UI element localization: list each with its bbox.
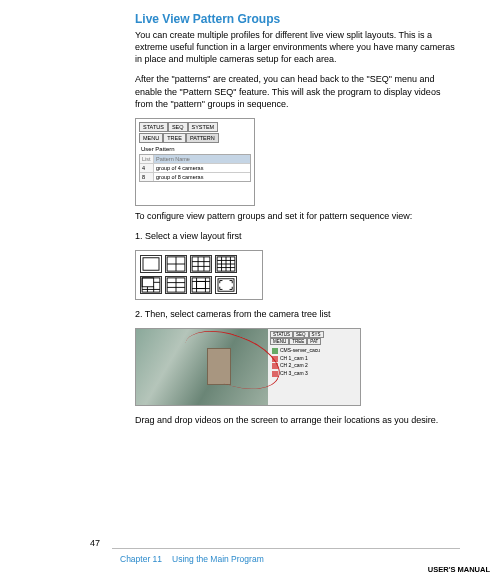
tree-cam2-label: CH 2_cam 2 (280, 362, 308, 370)
tab-system: SYSTEM (188, 122, 219, 132)
tree-cam3-label: CH 3_cam 3 (280, 370, 308, 378)
layout-6-icon (165, 276, 187, 294)
layout-1x1-icon (140, 255, 162, 273)
figure-camera-tree: STATUS SEQ SYS MENU TREE PAT CMS-server_… (135, 328, 361, 406)
tree-cam3: CH 3_cam 3 (272, 370, 356, 378)
step-1: 1. Select a view layout first (135, 230, 460, 242)
layout-2x2-icon (165, 255, 187, 273)
tree-cam2: CH 2_cam 2 (272, 362, 356, 370)
step-2: 2. Then, select cameras from the camera … (135, 308, 460, 320)
tab-pattern: PATTERN (186, 133, 219, 143)
col-list: List (140, 155, 154, 163)
tab-seq: SEQ (168, 122, 188, 132)
page-footer: 47 Chapter 11Using the Main Program USER… (0, 530, 500, 580)
pattern-table: List Pattern Name 4 group of 4 cameras 8… (139, 154, 251, 182)
layout-3x3-icon (190, 255, 212, 273)
paragraph-configure: To configure view pattern groups and set… (135, 210, 460, 222)
svg-rect-16 (142, 278, 160, 292)
chapter-number: Chapter 11 (120, 554, 162, 564)
tab-menu: MENU (139, 133, 163, 143)
section-heading: Live View Pattern Groups (135, 12, 460, 26)
tab-tree: TREE (163, 133, 186, 143)
user-pattern-label: User Pattern (141, 146, 251, 152)
row2-name: group of 8 cameras (154, 173, 250, 181)
chapter-title: Using the Main Program (172, 554, 264, 564)
svg-rect-17 (142, 278, 154, 287)
row2-count: 8 (140, 173, 154, 181)
manual-label: USER'S MANUAL (428, 565, 490, 574)
tab-status: STATUS (139, 122, 168, 132)
mini-tab-sys: SYS (309, 331, 324, 338)
svg-rect-0 (143, 258, 159, 270)
svg-rect-4 (192, 257, 210, 271)
row1-name: group of 4 cameras (154, 164, 250, 172)
figure-user-pattern: STATUS SEQ SYSTEM MENU TREE PATTERN User… (135, 118, 255, 206)
layout-full-icon (215, 276, 237, 294)
svg-rect-27 (197, 282, 206, 289)
video-preview (136, 329, 268, 405)
layout-13-icon (190, 276, 212, 294)
mini-tab-status: STATUS (270, 331, 293, 338)
server-icon (272, 348, 278, 354)
paragraph-intro: You can create multiple profiles for dif… (135, 29, 460, 65)
mini-tab-menu: MENU (270, 338, 289, 345)
col-name: Pattern Name (154, 155, 250, 163)
layout-4x4-icon (215, 255, 237, 273)
mini-tab-seq: SEQ (293, 331, 309, 338)
row1-count: 4 (140, 164, 154, 172)
tree-cam1-label: CH 1_cam 1 (280, 355, 308, 363)
camera-tree-panel: STATUS SEQ SYS MENU TREE PAT CMS-server_… (268, 329, 360, 405)
tree-server: CMS-server_cacu (272, 347, 356, 355)
svg-rect-26 (192, 278, 210, 292)
paragraph-seq: After the "patterns" are created, you ca… (135, 73, 460, 109)
tree-cam1: CH 1_cam 1 (272, 355, 356, 363)
paragraph-drag: Drag and drop videos on the screen to ar… (135, 414, 460, 426)
footer-rule (112, 548, 460, 549)
page-number: 47 (90, 538, 100, 548)
tree-server-label: CMS-server_cacu (280, 347, 320, 355)
chapter-line: Chapter 11Using the Main Program (120, 554, 264, 564)
figure-layout-picker (135, 250, 263, 300)
layout-1big-icon (140, 276, 162, 294)
mini-tab-tree: TREE (289, 338, 307, 345)
mini-tab-pat: PAT (307, 338, 321, 345)
